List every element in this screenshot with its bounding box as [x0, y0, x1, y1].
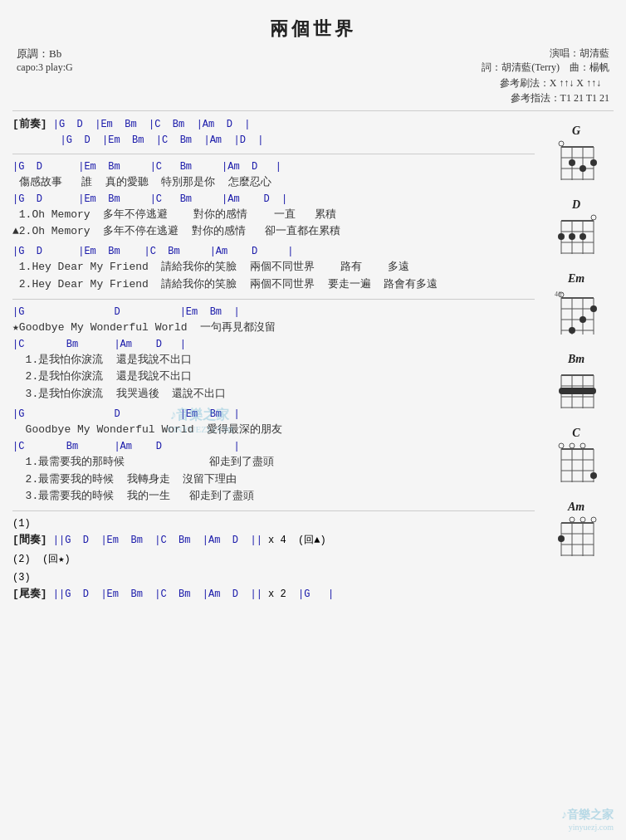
- chord-C-name: C: [572, 427, 580, 440]
- interlude-label: (1): [12, 516, 535, 532]
- svg-point-8: [559, 141, 564, 146]
- svg-point-22: [580, 233, 586, 240]
- section2-label: (2) (回★): [12, 552, 535, 568]
- chord-C: C: [555, 427, 598, 486]
- svg-point-68: [580, 517, 585, 522]
- svg-point-56: [580, 443, 585, 448]
- outro-line: [尾奏] ||G D |Em Bm |C Bm |Am D || x 2 |G …: [12, 586, 535, 603]
- chorus1-section: |G D |Em Bm | ★Goodbye My Wonderful Worl…: [12, 305, 535, 403]
- page: 兩個世界 原調：Bb capo:3 play:G 演唱：胡清藍 詞：胡清藍(Te…: [0, 0, 626, 840]
- svg-point-20: [558, 233, 565, 240]
- chorus1-lyric1a: 1.是我怕你淚流 還是我說不出口: [12, 352, 535, 369]
- chord-diagrams-panel: G: [539, 116, 614, 606]
- svg-point-21: [569, 233, 575, 240]
- chorus1-lyric1b: 2.是我怕你淚流 還是我說不出口: [12, 369, 535, 386]
- chord-Am: Am: [555, 501, 598, 559]
- chorus2-chord2: |C Bm |Am D |: [12, 439, 535, 454]
- chorus2-chord1: |G D |Em Bm |: [12, 407, 535, 422]
- bottom-watermark: ♪音樂之家 yinyuezj.com: [561, 808, 614, 832]
- section3: (3) [尾奏] ||G D |Em Bm |C Bm |Am D || x 2…: [12, 570, 535, 603]
- svg-point-67: [570, 517, 575, 522]
- svg-point-11: [590, 159, 597, 166]
- verse2-section: |G D |Em Bm |C Bm |Am D | 1.Hey Dear My …: [12, 244, 535, 294]
- interlude-section: (1) [間奏] ||G D |Em Bm |C Bm |Am D || x 4…: [12, 516, 535, 549]
- meta-left: 原調：Bb capo:3 play:G: [17, 46, 313, 75]
- chord-Bm-name: Bm: [568, 353, 584, 366]
- chorus1-star: ★Goodbye My Wonderful World 一句再見都沒留: [12, 320, 535, 337]
- bottom-logo-en: yinyuezj.com: [561, 823, 614, 832]
- verse2-lyric1b: 2.Hey Dear My Friend 請給我你的笑臉 兩個不同世界 要走一遍…: [12, 276, 535, 294]
- chord-Em-grid: 4fr: [555, 288, 598, 338]
- svg-point-69: [591, 517, 596, 522]
- chorus2-lyric1a: 1.最需要我的那時候 卻走到了盡頭: [12, 454, 535, 471]
- svg-point-23: [591, 215, 596, 220]
- svg-rect-45: [559, 388, 596, 394]
- verse2-lyric1a: 1.Hey Dear My Friend 請給我你的笑臉 兩個不同世界 路有 多…: [12, 259, 535, 276]
- meta-right: 演唱：胡清藍 詞：胡清藍(Terry) 曲：楊帆: [313, 46, 609, 75]
- chorus2-lyric1b: 2.最需要我的時候 我轉身走 沒留下理由: [12, 471, 535, 489]
- svg-point-36: [590, 305, 597, 312]
- verse1-lyric2a: 1.Oh Memory 多年不停逃避 對你的感情 一直 累積: [12, 207, 535, 224]
- svg-point-9: [569, 159, 575, 166]
- chorus1-lyric1c: 3.是我怕你淚流 我哭過後 還說不出口: [12, 386, 535, 403]
- chord-Am-grid: [555, 516, 598, 559]
- finger-ref: 參考指法：T1 21 T1 21: [511, 91, 609, 105]
- chorus2-lyric1c: 3.最需要我的時候 我的一生 卻走到了盡頭: [12, 488, 535, 505]
- svg-point-35: [580, 316, 586, 323]
- intro-line: [前奏] |G D |Em Bm |C Bm |Am D |: [12, 116, 535, 133]
- chord-D: D: [555, 198, 598, 257]
- verse1-section: |G D |Em Bm |C Bm |Am D | 傷感故事 誰 真的愛聽 特別…: [12, 159, 535, 241]
- svg-point-55: [570, 443, 575, 448]
- left-panel: [前奏] |G D |Em Bm |C Bm |Am D | |G D |Em …: [12, 116, 539, 606]
- singer: 演唱：胡清藍: [313, 46, 609, 61]
- svg-point-66: [558, 535, 565, 542]
- svg-point-57: [590, 472, 597, 479]
- strum-ref: 參考刷法：X ↑↑↓ X ↑↑↓: [500, 76, 601, 90]
- chord-Bm: Bm: [555, 353, 598, 412]
- interlude-line: [間奏] ||G D |Em Bm |C Bm |Am D || x 4 (回▲…: [12, 532, 535, 549]
- intro-line2: |G D |Em Bm |C Bm |Am |D |: [12, 133, 535, 149]
- chord-Em-name: Em: [568, 272, 584, 286]
- chorus2-lyric1: Goodbye My Wonderful World 愛得最深的朋友: [12, 422, 535, 439]
- chorus2-section: |G D |Em Bm | Goodbye My Wonderful World…: [12, 407, 535, 505]
- chord-D-name: D: [572, 198, 580, 212]
- chord-D-grid: [555, 214, 598, 257]
- svg-point-34: [569, 327, 575, 334]
- bottom-logo-cn: ♪音樂之家: [561, 808, 614, 823]
- chord-G: G: [555, 125, 598, 183]
- chord-Em: Em 4fr: [555, 272, 598, 338]
- chorus1-chord2: |C Bm |Am D |: [12, 337, 535, 352]
- svg-point-10: [580, 165, 586, 172]
- capo-info: capo:3 play:G: [17, 61, 313, 74]
- verse1-chord2: |G D |Em Bm |C Bm |Am D |: [12, 192, 535, 207]
- chord-Bm-grid: [555, 369, 598, 412]
- section3-label: (3): [12, 570, 535, 586]
- song-title: 兩個世界: [12, 8, 614, 46]
- verse2-chord1: |G D |Em Bm |C Bm |Am D |: [12, 244, 535, 259]
- chord-Am-name: Am: [568, 501, 584, 514]
- original-key: 原調：Bb: [17, 46, 313, 61]
- chorus1-chord1: |G D |Em Bm |: [12, 305, 535, 320]
- section2: (2) (回★): [12, 552, 535, 568]
- chord-G-name: G: [572, 125, 580, 138]
- svg-point-54: [559, 443, 564, 448]
- verse1-lyric1: 傷感故事 誰 真的愛聽 特別那是你 怎麼忍心: [12, 174, 535, 192]
- verse1-lyric2b: ▲2.Oh Memory 多年不停在逃避 對你的感情 卻一直都在累積: [12, 223, 535, 241]
- lyricist: 詞：胡清藍(Terry) 曲：楊帆: [313, 61, 609, 75]
- chord-G-grid: [555, 140, 598, 183]
- verse1-chord1: |G D |Em Bm |C Bm |Am D |: [12, 159, 535, 174]
- chord-C-grid: [555, 442, 598, 486]
- intro-section: [前奏] |G D |Em Bm |C Bm |Am D | |G D |Em …: [12, 116, 535, 149]
